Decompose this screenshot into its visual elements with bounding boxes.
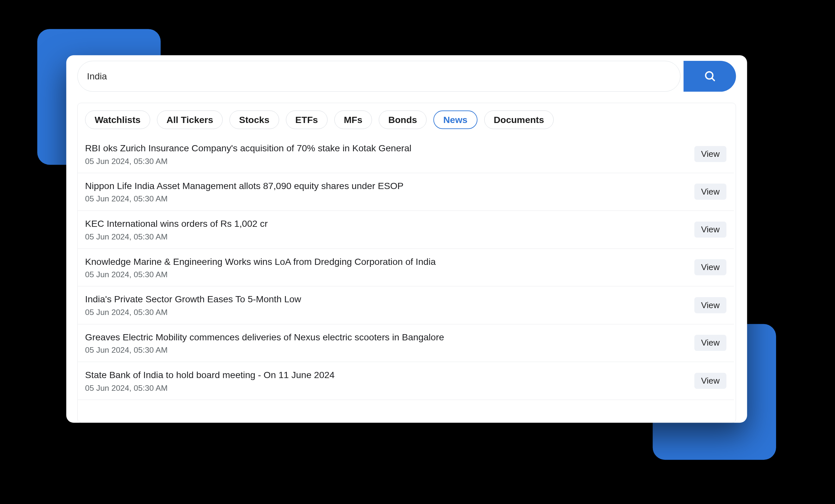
news-row-text: Nippon Life India Asset Management allot… — [85, 180, 688, 204]
view-button[interactable]: View — [694, 372, 727, 388]
search-row — [77, 61, 736, 92]
view-button[interactable]: View — [694, 297, 727, 313]
news-headline: Knowledge Marine & Engineering Works win… — [85, 256, 688, 268]
svg-line-1 — [712, 78, 714, 80]
tab-watchlists[interactable]: Watchlists — [85, 110, 150, 129]
news-row: State Bank of India to hold board meetin… — [78, 362, 734, 400]
news-row-text: Knowledge Marine & Engineering Works win… — [85, 256, 688, 279]
tab-documents[interactable]: Documents — [484, 110, 554, 129]
search-icon — [704, 69, 716, 83]
tab-label: Bonds — [388, 115, 418, 125]
tab-stocks[interactable]: Stocks — [230, 110, 279, 129]
search-panel: WatchlistsAll TickersStocksETFsMFsBondsN… — [66, 55, 747, 423]
view-button[interactable]: View — [694, 222, 727, 238]
view-button[interactable]: View — [694, 335, 727, 351]
news-timestamp: 05 Jun 2024, 05:30 AM — [85, 156, 688, 166]
news-headline: Greaves Electric Mobility commences deli… — [85, 331, 688, 343]
news-row: KEC International wins orders of Rs 1,00… — [78, 211, 734, 248]
view-button[interactable]: View — [694, 184, 727, 200]
news-row: Nippon Life India Asset Management allot… — [78, 173, 734, 211]
stage: WatchlistsAll TickersStocksETFsMFsBondsN… — [11, 6, 802, 484]
tab-label: Watchlists — [95, 115, 141, 125]
news-list[interactable]: RBI oks Zurich Insurance Company's acqui… — [78, 135, 736, 422]
news-timestamp: 05 Jun 2024, 05:30 AM — [85, 345, 688, 355]
news-headline: RBI oks Zurich Insurance Company's acqui… — [85, 142, 688, 154]
tab-label: ETFs — [296, 115, 318, 125]
news-timestamp: 05 Jun 2024, 05:30 AM — [85, 270, 688, 279]
tab-label: Stocks — [239, 115, 269, 125]
news-row-text: KEC International wins orders of Rs 1,00… — [85, 218, 688, 241]
news-row-text: India's Private Sector Growth Eases To 5… — [85, 293, 688, 317]
news-timestamp: 05 Jun 2024, 05:30 AM — [85, 232, 688, 241]
news-headline: Nippon Life India Asset Management allot… — [85, 180, 688, 192]
news-row-text: Greaves Electric Mobility commences deli… — [85, 331, 688, 355]
news-row: India's Private Sector Growth Eases To 5… — [78, 286, 734, 324]
tab-mfs[interactable]: MFs — [334, 110, 372, 129]
news-timestamp: 05 Jun 2024, 05:30 AM — [85, 383, 688, 392]
filter-tabs: WatchlistsAll TickersStocksETFsMFsBondsN… — [78, 103, 736, 135]
news-row: Knowledge Marine & Engineering Works win… — [78, 248, 734, 286]
tab-label: MFs — [344, 115, 362, 125]
tab-label: All Tickers — [166, 115, 213, 125]
news-headline: KEC International wins orders of Rs 1,00… — [85, 218, 688, 230]
search-input[interactable] — [77, 61, 680, 92]
tab-label: News — [443, 115, 467, 125]
news-headline: State Bank of India to hold board meetin… — [85, 369, 688, 381]
news-timestamp: 05 Jun 2024, 05:30 AM — [85, 194, 688, 204]
view-button[interactable]: View — [694, 146, 727, 162]
results-card: WatchlistsAll TickersStocksETFsMFsBondsN… — [77, 103, 736, 423]
tab-all-tickers[interactable]: All Tickers — [157, 110, 223, 129]
view-button[interactable]: View — [694, 259, 727, 275]
search-button[interactable] — [684, 61, 736, 92]
tab-news[interactable]: News — [434, 110, 477, 129]
news-timestamp: 05 Jun 2024, 05:30 AM — [85, 307, 688, 317]
news-row: Greaves Electric Mobility commences deli… — [78, 324, 734, 362]
news-row: RBI oks Zurich Insurance Company's acqui… — [78, 135, 734, 173]
tab-bonds[interactable]: Bonds — [379, 110, 426, 129]
news-row-text: State Bank of India to hold board meetin… — [85, 369, 688, 392]
tab-label: Documents — [494, 115, 544, 125]
news-headline: India's Private Sector Growth Eases To 5… — [85, 293, 688, 305]
news-row-text: RBI oks Zurich Insurance Company's acqui… — [85, 142, 688, 166]
tab-etfs[interactable]: ETFs — [286, 110, 328, 129]
